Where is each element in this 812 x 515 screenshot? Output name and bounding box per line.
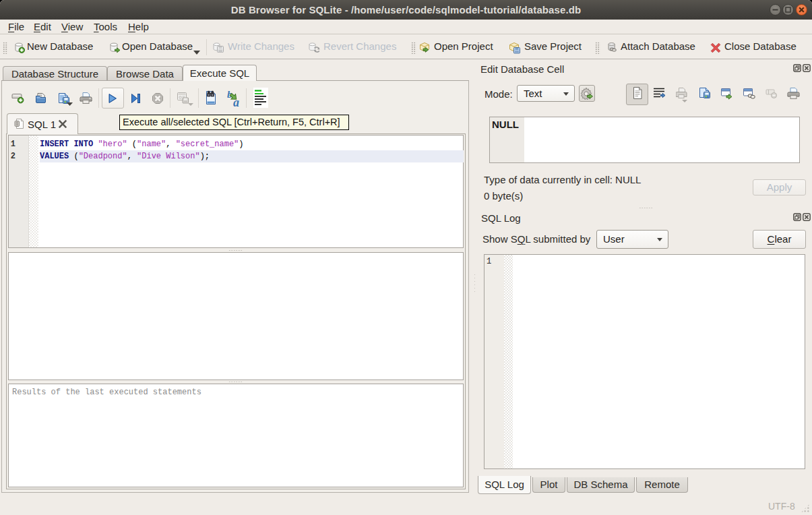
svg-text:a: a <box>233 96 239 108</box>
